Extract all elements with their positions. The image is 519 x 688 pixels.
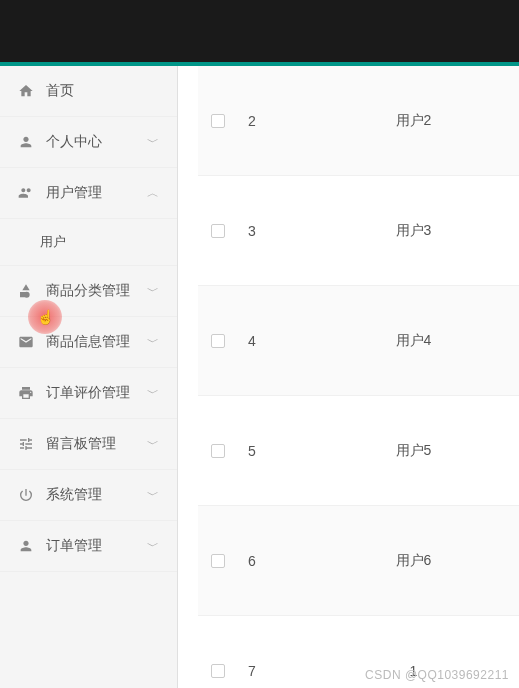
checkbox-cell [198,664,238,678]
submenu-label: 用户 [40,234,66,249]
cell-id: 4 [238,333,308,349]
cell-name: 用户6 [308,552,519,570]
checkbox-cell [198,114,238,128]
row-checkbox[interactable] [211,114,225,128]
sidebar-item-review[interactable]: 订单评价管理 ﹀ [0,368,177,419]
cell-name: 用户3 [308,222,519,240]
table-row[interactable]: 3 用户3 [198,176,519,286]
chevron-down-icon: ﹀ [147,487,159,504]
mail-icon [18,334,34,350]
cell-name: 用户4 [308,332,519,350]
chevron-up-icon: ︿ [147,185,159,202]
sidebar-item-order[interactable]: 订单管理 ﹀ [0,521,177,572]
sidebar-item-system[interactable]: 系统管理 ﹀ [0,470,177,521]
tune-icon [18,436,34,452]
sidebar-item-message-board[interactable]: 留言板管理 ﹀ [0,419,177,470]
checkbox-cell [198,334,238,348]
cell-id: 7 [238,663,308,679]
users-icon [18,185,34,201]
chevron-down-icon: ﹀ [147,538,159,555]
sidebar-item-user-mgmt[interactable]: 用户管理 ︿ [0,168,177,219]
cell-id: 6 [238,553,308,569]
cell-name: 用户2 [308,112,519,130]
home-icon [18,83,34,99]
sidebar-item-profile[interactable]: 个人中心 ﹀ [0,117,177,168]
checkbox-cell [198,444,238,458]
table-row[interactable]: 2 用户2 [198,66,519,176]
chevron-down-icon: ﹀ [147,436,159,453]
checkbox-cell [198,224,238,238]
table-row[interactable]: 5 用户5 [198,396,519,506]
sidebar-item-label: 商品信息管理 [46,333,147,351]
table-row[interactable]: 4 用户4 [198,286,519,396]
row-checkbox[interactable] [211,334,225,348]
table-row[interactable]: 6 用户6 [198,506,519,616]
cell-id: 3 [238,223,308,239]
row-checkbox[interactable] [211,224,225,238]
chevron-down-icon: ﹀ [147,283,159,300]
cell-id: 2 [238,113,308,129]
power-icon [18,487,34,503]
person-icon [18,538,34,554]
main-container: 首页 个人中心 ﹀ 用户管理 ︿ 用户 商品分类管理 ﹀ [0,66,519,688]
row-checkbox[interactable] [211,664,225,678]
sidebar-item-label: 个人中心 [46,133,147,151]
chevron-down-icon: ﹀ [147,134,159,151]
sidebar-item-product-info[interactable]: 商品信息管理 ﹀ [0,317,177,368]
top-header [0,0,519,62]
sidebar-item-label: 用户管理 [46,184,147,202]
cell-name: 用户5 [308,442,519,460]
sidebar-item-home[interactable]: 首页 [0,66,177,117]
sidebar-submenu-user[interactable]: 用户 [0,219,177,266]
checkbox-cell [198,554,238,568]
sidebar-item-label: 订单评价管理 [46,384,147,402]
sidebar-item-label: 订单管理 [46,537,147,555]
chevron-down-icon: ﹀ [147,334,159,351]
cell-id: 5 [238,443,308,459]
chevron-down-icon: ﹀ [147,385,159,402]
category-icon [18,283,34,299]
sidebar: 首页 个人中心 ﹀ 用户管理 ︿ 用户 商品分类管理 ﹀ [0,66,178,688]
row-checkbox[interactable] [211,444,225,458]
main-content: 2 用户2 3 用户3 4 用户4 5 用户5 [178,66,519,688]
sidebar-item-label: 商品分类管理 [46,282,147,300]
row-checkbox[interactable] [211,554,225,568]
watermark: CSDN @QQ1039692211 [365,668,509,682]
sidebar-item-label: 首页 [46,82,159,100]
sidebar-item-label: 系统管理 [46,486,147,504]
sidebar-item-category[interactable]: 商品分类管理 ﹀ [0,266,177,317]
sidebar-item-label: 留言板管理 [46,435,147,453]
person-icon [18,134,34,150]
printer-icon [18,385,34,401]
